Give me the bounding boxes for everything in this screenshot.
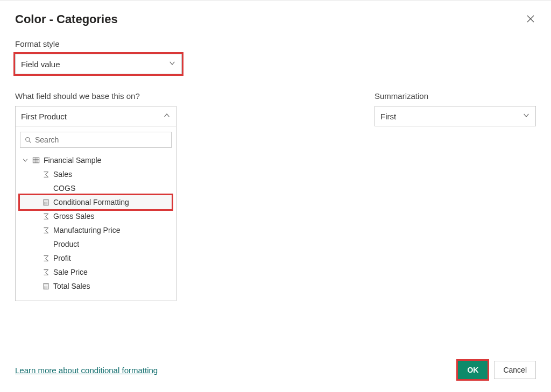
chevron-down-icon: [168, 60, 176, 69]
calculator-icon: [41, 283, 50, 290]
field-basis-dropdown[interactable]: First Product: [15, 106, 176, 126]
tree-field-label: Gross Sales: [53, 212, 94, 220]
cancel-button[interactable]: Cancel: [494, 361, 536, 379]
sigma-icon: [41, 171, 50, 178]
tree-field-label: Profit: [53, 254, 71, 262]
tree-field-label: Conditional Formatting: [53, 198, 129, 206]
format-style-dropdown[interactable]: Field value: [15, 54, 182, 74]
titlebar: Color - Categories: [15, 12, 536, 26]
tree-field-row[interactable]: Sales: [20, 167, 172, 181]
sigma-icon: [41, 255, 50, 262]
tree-field-row[interactable]: Sale Price: [20, 265, 172, 279]
tree-field-row[interactable]: Profit: [20, 251, 172, 265]
chevron-down-icon: [522, 112, 530, 121]
tree-field-row[interactable]: Product: [20, 237, 172, 251]
tree-field-label: Total Sales: [53, 282, 90, 290]
svg-rect-5: [44, 284, 48, 285]
dialog-title: Color - Categories: [15, 12, 118, 26]
summarization-dropdown[interactable]: First: [375, 106, 536, 126]
close-icon[interactable]: [526, 15, 536, 24]
tree-field-label: Manufacturing Price: [53, 226, 121, 234]
tree-field-row[interactable]: Conditional Formatting: [20, 195, 172, 209]
columns: What field should we base this on? First…: [15, 79, 536, 301]
tree-field-label: COGS: [53, 184, 75, 193]
format-style-value: Field value: [21, 60, 60, 69]
tree-field-row[interactable]: Manufacturing Price: [20, 223, 172, 237]
tree-field-row[interactable]: Gross Sales: [20, 209, 172, 223]
tree-field-label: Sale Price: [53, 268, 88, 276]
summarization-label: Summarization: [375, 91, 536, 101]
chevron-down-icon: [22, 157, 30, 163]
tree-table-row[interactable]: Financial Sample: [20, 153, 172, 167]
field-picker-panel: Search Financial Sample SalesCOGSConditi…: [15, 126, 176, 301]
format-style-label: Format style: [15, 39, 536, 48]
tree-table-label: Financial Sample: [44, 156, 101, 165]
field-basis-column: What field should we base this on? First…: [15, 79, 186, 301]
search-icon: [25, 137, 32, 144]
sigma-icon: [41, 213, 50, 220]
button-group: OK Cancel: [458, 361, 536, 379]
learn-more-link[interactable]: Learn more about conditional formatting: [15, 366, 158, 375]
summarization-column: Summarization First: [375, 79, 536, 301]
svg-rect-3: [44, 200, 48, 201]
footer: Learn more about conditional formatting …: [15, 361, 536, 379]
search-placeholder: Search: [35, 136, 59, 144]
sigma-icon: [41, 227, 50, 234]
tree-field-label: Product: [53, 240, 79, 248]
dialog: Color - Categories Format style Field va…: [0, 0, 551, 392]
tree-field-row[interactable]: COGS: [20, 181, 172, 195]
search-input[interactable]: Search: [20, 132, 172, 148]
svg-point-0: [26, 137, 30, 141]
table-icon: [32, 156, 40, 164]
field-basis-label: What field should we base this on?: [15, 91, 186, 101]
svg-rect-1: [33, 158, 39, 163]
sigma-icon: [41, 269, 50, 276]
calculator-icon: [41, 199, 50, 206]
ok-button[interactable]: OK: [458, 361, 488, 379]
summarization-value: First: [380, 112, 396, 121]
tree-field-row[interactable]: Total Sales: [20, 279, 172, 293]
tree-field-label: Sales: [53, 170, 72, 179]
field-basis-value: First Product: [21, 112, 67, 121]
field-tree: Financial Sample SalesCOGSConditional Fo…: [20, 153, 172, 293]
chevron-up-icon: [163, 112, 171, 121]
